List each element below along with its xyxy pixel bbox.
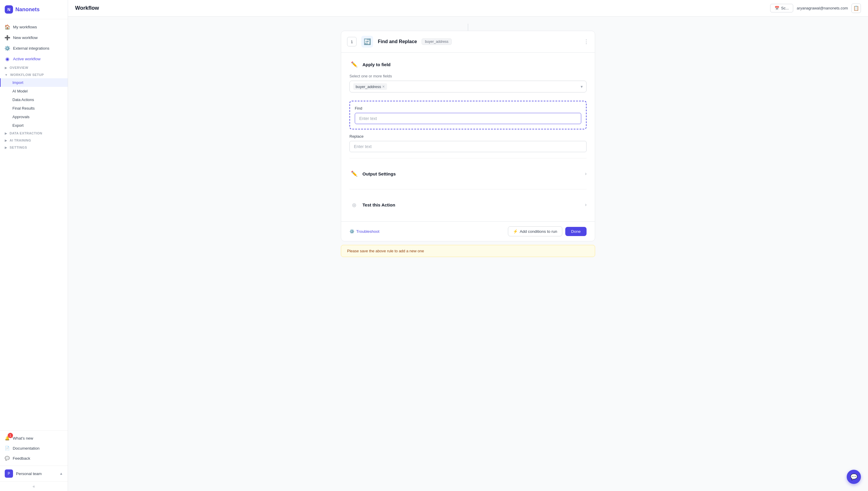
sidebar-sub-data-actions[interactable]: Data Actions <box>0 95 68 104</box>
step-title: Find and Replace <box>378 39 417 44</box>
sidebar-sub-ai-model[interactable]: AI Model <box>0 87 68 95</box>
apply-section-title: Apply to field <box>362 62 390 67</box>
apply-section-header: ✏️ Apply to field <box>349 60 587 69</box>
sidebar-item-active-workflow[interactable]: ◉ Active workflow <box>0 54 68 64</box>
main-content: Workflow 📅 Sc... aryanagrawal@nanonets.c… <box>68 0 868 491</box>
sidebar-item-feedback[interactable]: 💬 Feedback <box>0 453 68 463</box>
connector-line <box>468 24 468 31</box>
sidebar-team[interactable]: P Personal team ▲ <box>0 466 68 481</box>
sidebar-item-documentation[interactable]: 📄 Documentation <box>0 443 68 453</box>
plus-icon: ➕ <box>5 35 10 40</box>
sidebar-section-ai-training[interactable]: ▶ AI TRAINING <box>0 137 68 144</box>
logo[interactable]: N Nanonets <box>0 0 68 19</box>
find-replace-container: Find <box>349 101 587 129</box>
output-settings-title: Output Settings <box>362 171 396 176</box>
team-icon: P <box>5 469 13 478</box>
sidebar-sub-import[interactable]: Import <box>0 78 68 87</box>
calendar-icon: 📅 <box>775 6 779 10</box>
schedule-button[interactable]: 📅 Sc... <box>770 4 793 12</box>
find-replace-icon: 🔄 <box>364 38 371 45</box>
chevron-right-icon-4: ▶ <box>5 146 7 149</box>
field-select[interactable]: buyer_address × ▾ <box>349 81 587 92</box>
find-input[interactable] <box>355 113 581 124</box>
replace-input[interactable] <box>349 141 587 152</box>
test-action-icon: ◎ <box>349 200 359 209</box>
field-select-label: Select one or more fields <box>349 74 587 78</box>
sidebar-section-data-extraction[interactable]: ▶ DATA EXTRACTION <box>0 130 68 137</box>
step-tag: buyer_address <box>422 38 452 45</box>
sidebar-item-new-workflow[interactable]: ➕ New workflow <box>0 32 68 43</box>
sidebar-section-settings[interactable]: ▶ SETTINGS <box>0 144 68 151</box>
sidebar-item-external-integrations[interactable]: ⚙️ External integrations <box>0 43 68 54</box>
doc-icon: 📄 <box>5 446 10 451</box>
sidebar: N Nanonets 🏠 My workflows ➕ New workflow… <box>0 0 68 491</box>
test-action-chevron-icon: › <box>585 202 587 207</box>
filter-icon: ⚡ <box>513 229 518 234</box>
output-settings-row[interactable]: ✏️ Output Settings › <box>349 164 587 183</box>
notification-badge: 1 <box>8 433 13 438</box>
card-body: ✏️ Apply to field Select one or more fie… <box>341 53 595 221</box>
done-button[interactable]: Done <box>565 227 587 236</box>
logo-icon: N <box>5 5 13 13</box>
remove-tag-btn[interactable]: × <box>382 84 385 89</box>
add-conditions-button[interactable]: ⚡ Add conditions to run <box>508 226 562 236</box>
test-action-title: Test this Action <box>362 202 395 207</box>
chat-icon: 💬 <box>850 473 858 480</box>
apply-to-field-section: ✏️ Apply to field Select one or more fie… <box>349 60 587 92</box>
active-workflow-icon: ◉ <box>5 56 10 61</box>
sidebar-section-overview[interactable]: ▶ OVERVIEW <box>0 64 68 71</box>
sidebar-sub-export[interactable]: Export <box>0 121 68 130</box>
integrations-icon: ⚙️ <box>5 46 10 51</box>
step-number: 1 <box>347 37 356 47</box>
save-notice: Please save the above rule to add a new … <box>341 245 595 257</box>
sidebar-bottom: 🔔 1 What's new 📄 Documentation 💬 Feedbac… <box>0 430 68 466</box>
more-options-icon[interactable]: ⋮ <box>584 38 589 45</box>
troubleshoot-link[interactable]: ⚙️ Troubleshoot <box>349 229 379 234</box>
copy-icon: 📋 <box>853 5 859 11</box>
workflow-card: 1 🔄 Find and Replace buyer_address ⋮ ✏️ … <box>341 31 595 241</box>
page-title: Workflow <box>75 5 99 11</box>
team-caret-icon: ▲ <box>59 471 63 475</box>
troubleshoot-icon: ⚙️ <box>349 229 354 234</box>
chat-fab-button[interactable]: 💬 <box>847 470 861 484</box>
footer-right: ⚡ Add conditions to run Done <box>508 226 587 236</box>
content-area: 1 🔄 Find and Replace buyer_address ⋮ ✏️ … <box>68 17 868 491</box>
output-settings-icon: ✏️ <box>349 169 359 178</box>
replace-label: Replace <box>349 134 587 139</box>
home-icon: 🏠 <box>5 24 10 30</box>
topbar-right: 📅 Sc... aryanagrawal@nanonets.com 📋 <box>770 4 861 13</box>
sidebar-sub-final-results[interactable]: Final Results <box>0 104 68 113</box>
find-label: Find <box>355 106 581 111</box>
divider-1 <box>349 158 587 158</box>
test-action-row[interactable]: ◎ Test this Action › <box>349 195 587 214</box>
selected-field-tag: buyer_address × <box>353 83 387 90</box>
select-chevron-icon: ▾ <box>581 84 583 89</box>
sidebar-item-my-workflows[interactable]: 🏠 My workflows <box>0 22 68 32</box>
output-settings-chevron-icon: › <box>585 171 587 176</box>
feedback-icon: 💬 <box>5 456 10 461</box>
sidebar-collapse-btn[interactable]: « <box>0 481 68 491</box>
card-header: 1 🔄 Find and Replace buyer_address ⋮ <box>341 31 595 53</box>
topbar: Workflow 📅 Sc... aryanagrawal@nanonets.c… <box>68 0 868 17</box>
copy-button[interactable]: 📋 <box>851 4 861 13</box>
chevron-right-icon-3: ▶ <box>5 139 7 142</box>
step-icon-wrapper: 🔄 <box>361 36 373 48</box>
sidebar-item-whats-new[interactable]: 🔔 1 What's new <box>0 433 68 443</box>
sidebar-sub-approvals[interactable]: Approvals <box>0 113 68 121</box>
step-connector-top <box>341 24 595 31</box>
replace-section: Replace <box>349 134 587 152</box>
chevron-down-icon: ▼ <box>5 73 8 77</box>
edit-icon: ✏️ <box>349 60 359 69</box>
sidebar-section-workflow-setup[interactable]: ▼ WORKFLOW SETUP <box>0 71 68 78</box>
card-footer: ⚙️ Troubleshoot ⚡ Add conditions to run … <box>341 221 595 241</box>
divider-2 <box>349 189 587 190</box>
sidebar-nav: 🏠 My workflows ➕ New workflow ⚙️ Externa… <box>0 19 68 430</box>
user-email[interactable]: aryanagrawal@nanonets.com <box>797 6 848 10</box>
bell-wrapper: 🔔 1 <box>5 436 10 440</box>
chevron-right-icon-2: ▶ <box>5 132 7 135</box>
chevron-right-icon: ▶ <box>5 66 7 69</box>
